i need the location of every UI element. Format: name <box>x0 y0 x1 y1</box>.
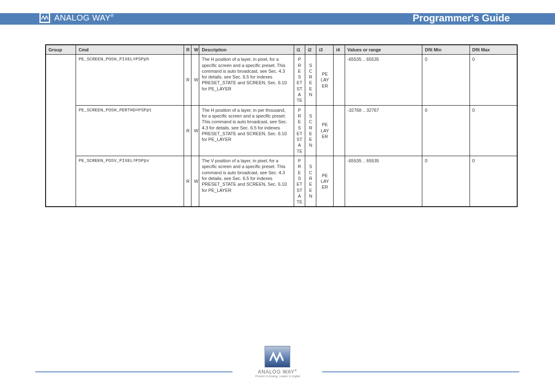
i1-cell: PRE SET STA TE <box>294 105 305 156</box>
max-cell: 0 <box>470 55 517 105</box>
col-group: Group <box>46 45 76 55</box>
max-cell: 0 <box>470 156 517 207</box>
col-desc: Description <box>199 45 294 55</box>
col-i2: i2 <box>305 45 316 55</box>
desc-cell: The H position of a layer, in per thousa… <box>199 105 294 156</box>
i2-cell: SC REE N <box>305 156 316 207</box>
values-cell: -32768 .. 32767 <box>345 105 422 156</box>
table-header-row: Group Cmd R W Description i1 i2 i3 i4 Va… <box>46 45 517 55</box>
col-r: R <box>184 45 191 55</box>
i2-cell: SC REE N <box>305 105 316 156</box>
col-values: Values or range <box>345 45 422 55</box>
min-cell: 0 <box>422 105 470 156</box>
desc-cell: The H position of a layer, in pixel, for… <box>199 55 294 105</box>
col-i1: i1 <box>294 45 305 55</box>
w-flag: W <box>191 55 199 105</box>
i4-cell <box>334 55 345 105</box>
col-min: Dflt Min <box>422 45 470 55</box>
cmd-cell: PE_SCREEN_POSV_PIXEL=PSPpv <box>76 156 184 207</box>
header-logo: ANALOG WAY® <box>39 12 114 23</box>
col-max: Dflt Max <box>470 45 517 55</box>
r-flag: R <box>184 156 191 207</box>
footer: ANALOG WAY® Pioneer in Analog, Leader in… <box>0 348 555 381</box>
w-flag: W <box>191 156 199 207</box>
col-cmd: Cmd <box>76 45 184 55</box>
footer-rule-right <box>322 371 519 372</box>
desc-cell: The V position of a layer, in pixel, for… <box>199 156 294 207</box>
footer-logo: ANALOG WAY® Pioneer in Analog, Leader in… <box>255 346 300 378</box>
max-cell: 0 <box>470 105 517 156</box>
footer-rule-left <box>35 371 233 372</box>
i1-cell: PRE SET STA TE <box>294 55 305 105</box>
footer-tagline: Pioneer in Analog, Leader in Digital <box>255 375 300 378</box>
table-row: PE_SCREEN_POSV_PIXEL=PSPpv R W The V pos… <box>46 156 517 207</box>
min-cell: 0 <box>422 55 470 105</box>
table-row: PE_SCREEN_POSH_PIXEL=PSPph R W The H pos… <box>46 55 517 105</box>
min-cell: 0 <box>422 156 470 207</box>
col-w: W <box>191 45 199 55</box>
r-flag: R <box>184 55 191 105</box>
i1-cell: PRE SET STA TE <box>294 156 305 207</box>
command-table: Group Cmd R W Description i1 i2 i3 i4 Va… <box>45 44 518 207</box>
i3-cell: PE LAY ER <box>316 156 334 207</box>
values-cell: -65535 .. 65535 <box>345 156 422 207</box>
cmd-cell: PE_SCREEN_POSH_PIXEL=PSPph <box>76 55 184 105</box>
values-cell: -65535 .. 65535 <box>345 55 422 105</box>
footer-brand-name: ANALOG WAY® <box>255 369 300 375</box>
i4-cell <box>334 156 345 207</box>
i2-cell: SC REE N <box>305 55 316 105</box>
i3-cell: PE LAY ER <box>316 105 334 156</box>
col-i3: i3 <box>316 45 334 55</box>
table-row: PE_SCREEN_POSH_PERTHD=PSPpt R W The H po… <box>46 105 517 156</box>
page-title: Programmer's Guide <box>413 12 510 24</box>
cmd-cell: PE_SCREEN_POSH_PERTHD=PSPpt <box>76 105 184 156</box>
r-flag: R <box>184 105 191 156</box>
col-i4: i4 <box>334 45 345 55</box>
brand-name: ANALOG WAY® <box>54 13 114 23</box>
group-cell <box>46 55 76 207</box>
i3-cell: PE LAY ER <box>316 55 334 105</box>
i4-cell <box>334 105 345 156</box>
brand-icon <box>39 12 50 23</box>
w-flag: W <box>191 105 199 156</box>
footer-brand-icon <box>265 346 290 367</box>
